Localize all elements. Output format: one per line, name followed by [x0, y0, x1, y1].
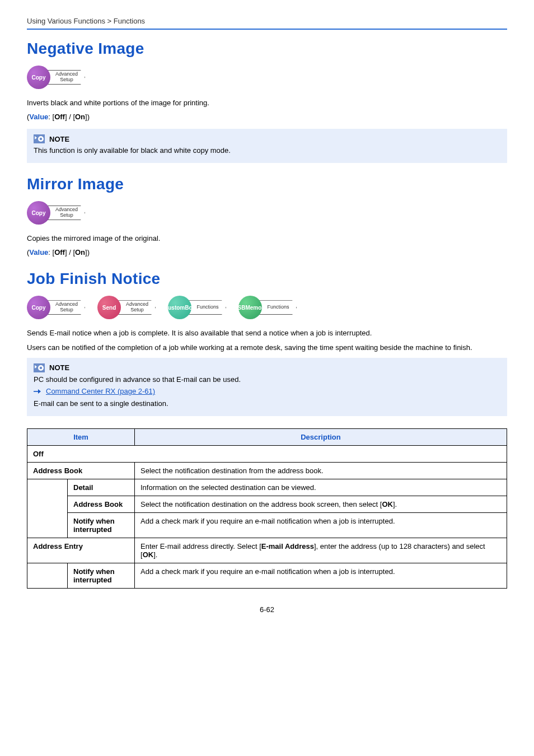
row-off: Off [27, 446, 507, 463]
jobfinish-desc1: Sends E-mail notice when a job is comple… [27, 328, 507, 338]
options-table: Item Description Off Address Book Select… [27, 428, 507, 589]
note-label: NOTE [49, 135, 69, 143]
note-box-jobfinish: NOTE PC should be configured in advance … [27, 358, 507, 417]
jobfinish-desc2: Users can be notified of the completion … [27, 343, 507, 353]
note-text-single-dest: E-mail can be sent to a single destinati… [34, 399, 500, 409]
row-address-book-desc: Select the notification destination from… [135, 463, 507, 479]
row-address-entry-label: Address Entry [27, 538, 135, 563]
badge-circle-copy: Copy [27, 296, 50, 319]
row-notify1-desc: Add a check mark if you require an e-mai… [135, 513, 507, 538]
note-text-negative: This function is only available for blac… [34, 146, 500, 156]
divider [27, 29, 507, 30]
svg-point-5 [40, 366, 42, 368]
indent-cell [27, 563, 68, 589]
badge-send: Send AdvancedSetup [97, 296, 156, 319]
svg-point-2 [40, 138, 42, 140]
th-description: Description [135, 429, 507, 446]
negative-desc: Inverts black and white portions of the … [27, 98, 507, 108]
heading-job-finish-notice: Job Finish Notice [27, 270, 507, 288]
mirror-value: (Value: [Off] / [On]) [27, 248, 507, 256]
link-command-center-rx[interactable]: Command Center RX (page 2-61) [46, 387, 155, 395]
indent-cell [27, 479, 68, 538]
badge-copy: Copy AdvancedSetup [27, 201, 85, 225]
note-icon [34, 363, 45, 372]
heading-mirror-image: Mirror Image [27, 175, 507, 193]
badge-copy: Copy AdvancedSetup [27, 296, 85, 319]
badge-custom-box: CustomBox Functions [168, 296, 226, 319]
row-address-entry-desc: Enter E-mail address directly. Select [E… [135, 538, 507, 563]
row-detail-label: Detail [68, 479, 135, 496]
note-text-pc: PC should be configured in advance so th… [34, 375, 500, 385]
badge-tag-advanced-setup: AdvancedSetup [47, 70, 85, 85]
badge-tag-advanced-setup: AdvancedSetup [47, 300, 85, 315]
row-address-book-label: Address Book [27, 463, 135, 479]
note-icon [34, 134, 45, 143]
row-detail-desc: Information on the selected destination … [135, 479, 507, 496]
badge-tag-advanced-setup: AdvancedSetup [47, 206, 85, 220]
row-notify2-label: Notify when interrupted [68, 563, 135, 589]
row-notify1-label: Notify when interrupted [68, 513, 135, 538]
note-label: NOTE [49, 363, 69, 372]
badge-usb-memory: USBMemory Functions [238, 296, 297, 319]
heading-negative-image: Negative Image [27, 40, 507, 58]
badge-circle-copy: Copy [27, 66, 50, 89]
arrow-right-icon [34, 389, 41, 394]
badge-tag-advanced-setup: AdvancedSetup [118, 300, 156, 315]
th-item: Item [27, 429, 135, 446]
note-box-negative: NOTE This function is only available for… [27, 129, 507, 163]
row-abook2-desc: Select the notification destination on t… [135, 496, 507, 513]
badge-circle-usb-memory: USBMemory [238, 296, 262, 319]
badge-circle-copy: Copy [27, 201, 50, 225]
badge-circle-send: Send [97, 296, 121, 319]
negative-value: (Value: [Off] / [On]) [27, 113, 507, 121]
badge-circle-custom-box: CustomBox [168, 296, 191, 319]
row-notify2-desc: Add a check mark if you require an e-mai… [135, 563, 507, 589]
mirror-desc: Copies the mirrored image of the origina… [27, 234, 507, 244]
breadcrumb: Using Various Functions > Functions [27, 17, 507, 25]
page-number: 6-62 [27, 605, 507, 614]
row-abook2-label: Address Book [68, 496, 135, 513]
badge-copy: Copy AdvancedSetup [27, 66, 85, 89]
